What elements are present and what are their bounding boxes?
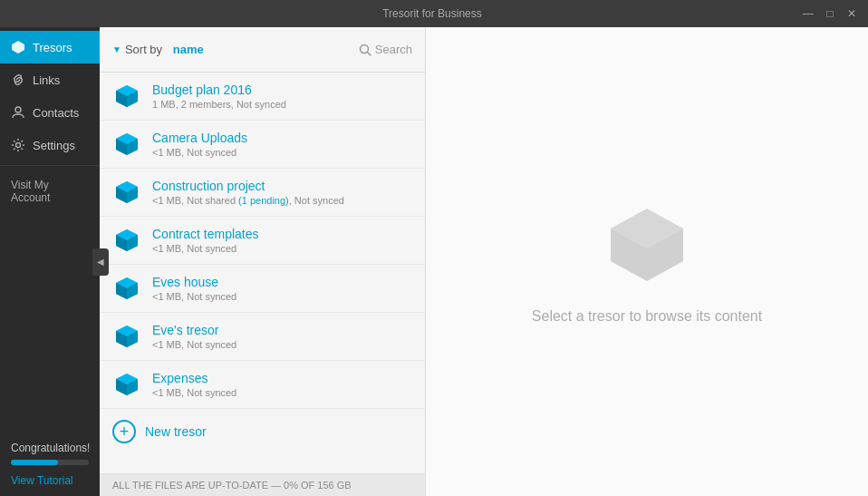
tresor-cube-icon bbox=[112, 226, 141, 255]
sidebar: ◀ Tresors Links bbox=[0, 27, 100, 496]
tresor-name: Budget plan 2016 bbox=[152, 83, 412, 97]
sort-by-label: Sort by bbox=[125, 43, 162, 56]
tresor-cube-icon bbox=[112, 130, 141, 159]
sidebar-item-links[interactable]: Links bbox=[0, 63, 100, 96]
tresor-toolbar: ▼ Sort by name Search bbox=[100, 27, 425, 73]
close-button[interactable]: ✕ bbox=[844, 7, 859, 20]
svg-point-0 bbox=[15, 107, 21, 112]
progress-bar-container bbox=[11, 460, 89, 465]
sidebar-divider bbox=[0, 165, 100, 166]
maximize-button[interactable]: □ bbox=[823, 7, 837, 20]
tresor-cube-icon bbox=[112, 322, 141, 351]
app-body: ◀ Tresors Links bbox=[0, 27, 868, 496]
window-controls: — □ ✕ bbox=[801, 7, 859, 20]
tresor-info: Eve's tresor <1 MB, Not synced bbox=[152, 323, 412, 350]
tresor-meta: <1 MB, Not synced bbox=[152, 147, 412, 158]
sidebar-item-links-label: Links bbox=[33, 73, 60, 87]
tresor-list: Budget plan 2016 1 MB, 2 members, Not sy… bbox=[100, 73, 425, 473]
sort-arrow-icon: ▼ bbox=[112, 44, 121, 54]
sidebar-item-tresors-label: Tresors bbox=[33, 41, 72, 54]
contacts-icon bbox=[11, 105, 25, 120]
settings-icon bbox=[11, 138, 25, 152]
view-tutorial-button[interactable]: View Tutorial bbox=[11, 474, 89, 487]
title-bar: Tresorit for Business — □ ✕ bbox=[0, 0, 868, 27]
minimize-button[interactable]: — bbox=[801, 7, 815, 20]
pending-badge: (1 pending) bbox=[238, 195, 289, 206]
plus-circle-icon: + bbox=[112, 420, 136, 443]
tresor-meta: <1 MB, Not synced bbox=[152, 339, 412, 350]
progress-bar-fill bbox=[11, 460, 58, 465]
tresor-meta: 1 MB, 2 members, Not synced bbox=[152, 99, 412, 110]
tresor-panel: ▼ Sort by name Search bbox=[100, 27, 426, 496]
sidebar-item-contacts-label: Contacts bbox=[33, 106, 79, 120]
search-label: Search bbox=[375, 43, 412, 56]
content-panel: Select a tresor to browse its content bbox=[426, 27, 868, 496]
empty-state-icon bbox=[593, 199, 701, 290]
new-tresor-button[interactable]: + New tresor bbox=[100, 409, 425, 454]
tresor-item[interactable]: Eve's tresor <1 MB, Not synced bbox=[100, 313, 425, 361]
sidebar-collapse-button[interactable]: ◀ bbox=[92, 248, 109, 276]
sort-control[interactable]: ▼ Sort by name bbox=[112, 43, 204, 56]
tresors-icon bbox=[11, 40, 25, 54]
tresor-info: Eves house <1 MB, Not synced bbox=[152, 275, 412, 302]
tresor-cube-icon bbox=[112, 370, 141, 399]
tresor-item[interactable]: Camera Uploads <1 MB, Not synced bbox=[100, 121, 425, 169]
tresor-info: Contract templates <1 MB, Not synced bbox=[152, 227, 412, 254]
tresor-meta: <1 MB, Not synced bbox=[152, 243, 412, 254]
tresor-meta: <1 MB, Not shared (1 pending), Not synce… bbox=[152, 195, 412, 206]
tresor-item[interactable]: Expenses <1 MB, Not synced bbox=[100, 361, 425, 409]
links-icon bbox=[11, 73, 25, 87]
tresor-item[interactable]: Contract templates <1 MB, Not synced bbox=[100, 217, 425, 265]
tresor-name: Eves house bbox=[152, 275, 412, 289]
tresor-info: Camera Uploads <1 MB, Not synced bbox=[152, 131, 412, 158]
app-title: Tresorit for Business bbox=[63, 7, 801, 20]
tresor-info: Construction project <1 MB, Not shared (… bbox=[152, 179, 412, 206]
svg-line-3 bbox=[367, 52, 371, 55]
tresor-cube-icon bbox=[112, 274, 141, 303]
tresor-name: Contract templates bbox=[152, 227, 412, 241]
tresor-name: Camera Uploads bbox=[152, 131, 412, 145]
sidebar-bottom: Congratulations! View Tutorial bbox=[0, 433, 100, 496]
search-box[interactable]: Search bbox=[359, 43, 412, 56]
tresor-meta: <1 MB, Not synced bbox=[152, 387, 412, 398]
tresor-name: Eve's tresor bbox=[152, 323, 412, 337]
tresor-item[interactable]: Eves house <1 MB, Not synced bbox=[100, 265, 425, 313]
sidebar-item-contacts[interactable]: Contacts bbox=[0, 96, 100, 129]
sort-field-label: name bbox=[173, 43, 204, 56]
sidebar-item-settings-label: Settings bbox=[33, 139, 75, 152]
tresor-cube-icon bbox=[112, 82, 141, 111]
svg-point-1 bbox=[16, 143, 21, 148]
sidebar-item-tresors[interactable]: Tresors bbox=[0, 31, 100, 63]
tresor-info: Budget plan 2016 1 MB, 2 members, Not sy… bbox=[152, 83, 412, 110]
congratulations-label: Congratulations! bbox=[11, 442, 89, 454]
tresor-item[interactable]: Construction project <1 MB, Not shared (… bbox=[100, 169, 425, 217]
tresor-name: Expenses bbox=[152, 371, 412, 385]
sidebar-item-settings[interactable]: Settings bbox=[0, 129, 100, 161]
sidebar-nav: Tresors Links Contacts bbox=[0, 27, 100, 433]
tresor-item[interactable]: Budget plan 2016 1 MB, 2 members, Not sy… bbox=[100, 73, 425, 121]
tresor-name: Construction project bbox=[152, 179, 412, 193]
new-tresor-label: New tresor bbox=[145, 424, 207, 439]
visit-my-account-link[interactable]: Visit My Account bbox=[0, 170, 100, 213]
tresor-cube-icon bbox=[112, 178, 141, 207]
search-icon bbox=[359, 44, 371, 56]
empty-state-text: Select a tresor to browse its content bbox=[532, 308, 762, 325]
tresor-footer: ALL THE FILES ARE UP-TO-DATE — 0% OF 156… bbox=[100, 473, 425, 496]
tresor-info: Expenses <1 MB, Not synced bbox=[152, 371, 412, 398]
tresor-meta: <1 MB, Not synced bbox=[152, 291, 412, 302]
